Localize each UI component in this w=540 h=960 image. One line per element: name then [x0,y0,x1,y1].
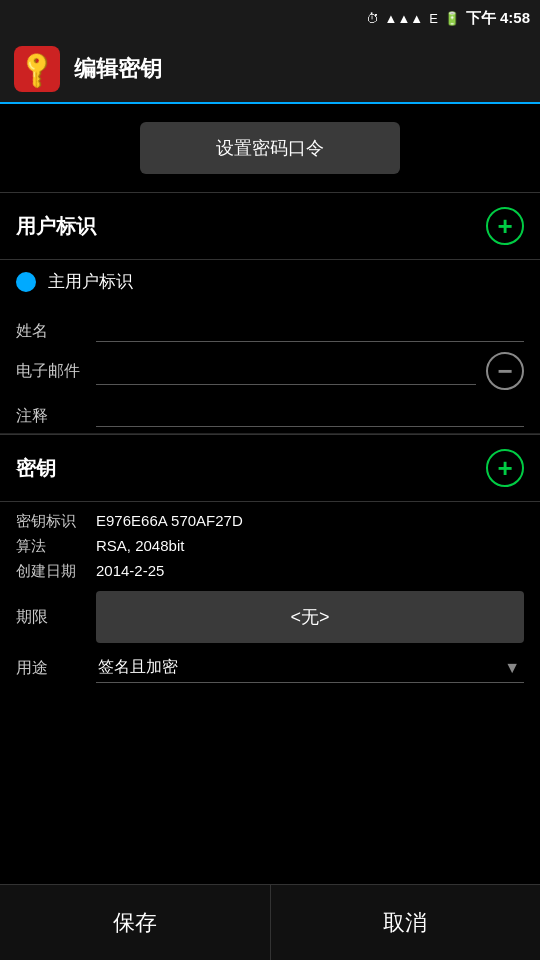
plus-icon: + [497,213,512,239]
name-input[interactable] [96,315,524,342]
expiry-label: 期限 [16,607,86,628]
main-content: 设置密码口令 用户标识 + 主用户标识 姓名 电子邮件 − 注释 [0,104,540,904]
expiry-button[interactable]: <无> [96,591,524,643]
cancel-button[interactable]: 取消 [271,885,541,960]
note-input[interactable] [96,400,524,427]
battery-icon: 🔋 [444,11,460,26]
page-title: 编辑密钥 [74,54,162,84]
expiry-row: 期限 <无> [16,591,524,643]
email-input[interactable] [96,358,476,385]
key-id-row: 密钥标识 E976E66A 570AF27D [16,512,524,531]
user-identity-section-header: 用户标识 + [0,192,540,260]
usage-select-wrapper[interactable]: 签名且加密 ▼ [96,653,524,683]
primary-user-label: 主用户标识 [48,270,133,293]
name-label: 姓名 [16,321,86,342]
plus-icon-2: + [497,455,512,481]
clock-icon: ⏱ [366,11,379,26]
user-identity-title: 用户标识 [16,213,96,240]
status-bar: ⏱ ▲▲▲ E 🔋 下午 4:58 [0,0,540,36]
remove-identity-button[interactable]: − [486,352,524,390]
name-field-row: 姓名 [16,307,524,344]
usage-row: 用途 签名且加密 ▼ [16,653,524,683]
key-id-value: E976E66A 570AF27D [96,512,243,529]
usage-label: 用途 [16,658,86,679]
e-signal-icon: E [429,11,438,26]
note-field-row: 注释 [16,392,524,429]
signal-icon: ▲▲▲ [385,11,424,26]
minus-icon: − [497,358,512,384]
email-field-row: 电子邮件 − [16,344,524,392]
status-time: 下午 4:58 [466,9,530,28]
key-icon: 🔑 [15,47,60,92]
email-label: 电子邮件 [16,361,86,382]
bottom-bar: 保存 取消 [0,884,540,960]
key-id-label: 密钥标识 [16,512,86,531]
algorithm-row: 算法 RSA, 2048bit [16,537,524,556]
add-key-button[interactable]: + [486,449,524,487]
key-info-block: 密钥标识 E976E66A 570AF27D 算法 RSA, 2048bit 创… [0,502,540,703]
title-bar: 🔑 编辑密钥 [0,36,540,104]
usage-value: 签名且加密 [96,653,524,682]
chevron-down-icon: ▼ [504,659,520,677]
primary-radio[interactable] [16,272,36,292]
user-identity-block: 主用户标识 姓名 电子邮件 − 注释 [0,260,540,433]
created-date-row: 创建日期 2014-2-25 [16,562,524,581]
add-user-identity-button[interactable]: + [486,207,524,245]
set-password-button[interactable]: 设置密码口令 [140,122,400,174]
save-button[interactable]: 保存 [0,885,271,960]
primary-user-row: 主用户标识 [16,270,524,293]
algorithm-value: RSA, 2048bit [96,537,184,554]
created-date-label: 创建日期 [16,562,86,581]
app-icon: 🔑 [14,46,60,92]
note-label: 注释 [16,406,86,427]
algorithm-label: 算法 [16,537,86,556]
key-section-title: 密钥 [16,455,56,482]
created-date-value: 2014-2-25 [96,562,164,579]
key-section-header: 密钥 + [0,434,540,502]
